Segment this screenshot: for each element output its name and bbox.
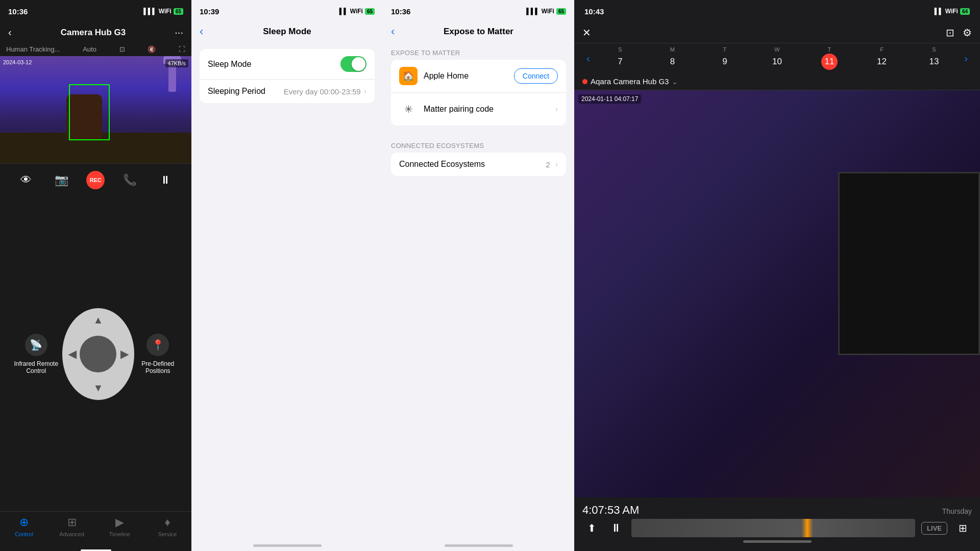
playback-controls: ⬆ ⏸ LIVE ⊞ — [582, 519, 972, 537]
service-icon: ♦ — [165, 516, 170, 529]
grid-view-icon[interactable]: ⊡ — [946, 27, 954, 39]
close-button-p4[interactable]: ✕ — [582, 27, 591, 39]
cal-day-8[interactable]: M 8 — [664, 46, 680, 70]
page-title-p3: Expose to Matter — [444, 27, 513, 37]
signal-icon: ▌▌▌ — [143, 8, 157, 15]
dpad-right[interactable]: ▶ — [120, 348, 128, 360]
cal-week-row: ‹ S 7 M 8 T 9 W 10 T 11 F — [574, 43, 980, 73]
tracking-mode: Auto — [83, 45, 96, 53]
signal-icon-p4: ▌▌ — [935, 8, 943, 15]
playback-day: Thursday — [942, 507, 972, 515]
status-icons-p2: ▌▌ WiFi 65 — [339, 8, 375, 15]
feed-date: 2024-03-12 — [3, 59, 32, 67]
battery-p1: 65 — [174, 8, 183, 15]
battery-p3: 65 — [556, 8, 566, 15]
camera-feed-p1: 2024-03-12 47KB/s — [0, 56, 191, 163]
connected-count: 2 — [546, 160, 550, 169]
cal-day-9[interactable]: T 9 — [717, 46, 733, 70]
timeline-progress — [631, 519, 915, 537]
wifi-icon-p3: WiFi — [542, 8, 554, 15]
tab-control[interactable]: ⊕ Control — [0, 516, 48, 537]
cal-prev-button[interactable]: ‹ — [582, 53, 594, 64]
dpad-center[interactable] — [80, 336, 116, 372]
settings-icon-p4[interactable]: ⚙ — [963, 27, 972, 39]
control-icon: ⊕ — [19, 516, 29, 529]
more-button-p1[interactable]: ··· — [175, 27, 183, 38]
page-title-p2: Sleep Mode — [263, 27, 311, 37]
apple-home-row[interactable]: 🏠 Apple Home Connect — [391, 60, 566, 93]
dpad-down[interactable]: ▼ — [93, 382, 104, 394]
playback-area: 4:07:53 AM Thursday ⬆ ⏸ LIVE ⊞ — [574, 497, 980, 551]
device-selector[interactable]: Aqara Camera Hub G3 ⌄ — [574, 73, 980, 90]
cal-header-bar: ✕ ⊡ ⚙ — [574, 22, 980, 43]
tab-advanced-label: Advanced — [59, 531, 84, 537]
nav-bar-p3: ‹ Expose to Matter — [383, 22, 574, 41]
connected-ecosystems-label: Connected Ecosystems — [399, 160, 485, 169]
dpad-up[interactable]: ▲ — [93, 314, 104, 326]
tab-timeline[interactable]: ▶ Timeline — [96, 516, 144, 537]
feed-overlay: 2024-03-12 47KB/s — [3, 59, 188, 67]
back-button-p3[interactable]: ‹ — [391, 25, 395, 38]
back-button-p1[interactable]: ‹ — [8, 27, 12, 38]
camera-button[interactable]: 📷 — [51, 170, 71, 190]
matter-expose-card: 🏠 Apple Home Connect ✳ Matter pairing co… — [391, 60, 566, 126]
dpad-left[interactable]: ◀ — [68, 348, 76, 360]
home-indicator-p2 — [253, 544, 322, 547]
sleep-mode-toggle[interactable] — [340, 56, 366, 72]
connected-ecosystems-card: Connected Ecosystems 2 › — [391, 153, 566, 176]
cal-days: S 7 M 8 T 9 W 10 T 11 F 12 — [594, 46, 961, 70]
timeline-bar[interactable] — [631, 519, 915, 537]
status-time-p3: 10:36 — [391, 7, 410, 16]
status-icons-p1: ▌▌▌ WiFi 65 — [143, 8, 183, 15]
fullscreen-icon[interactable]: ⛶ — [179, 45, 185, 53]
infrared-remote-button[interactable]: 📡 Infrared Remote Control — [10, 334, 62, 374]
cal-day-10[interactable]: W 10 — [769, 46, 785, 70]
matter-pairing-label: Matter pairing code — [424, 105, 494, 114]
eye-button[interactable]: 👁 — [16, 170, 36, 190]
matter-pairing-row[interactable]: ✳ Matter pairing code › — [391, 93, 566, 126]
predefined-positions-button[interactable]: 📍 Pre-Defined Positions — [134, 334, 181, 374]
device-name-label: Aqara Camera Hub G3 — [591, 77, 669, 86]
cal-day-11[interactable]: T 11 — [821, 46, 838, 70]
play-pause-button[interactable]: ⏸ — [607, 519, 625, 537]
device-status-dot — [582, 79, 587, 84]
sleeping-period-time: Every day 00:00-23:59 — [284, 87, 361, 96]
status-time-p4: 10:43 — [584, 7, 604, 16]
tab-service-label: Service — [158, 531, 177, 537]
call-button[interactable]: 📞 — [120, 170, 140, 190]
live-badge[interactable]: LIVE — [921, 522, 947, 535]
record-button[interactable]: REC — [86, 171, 105, 189]
section1-label: Expose to Matter — [383, 41, 574, 60]
sleeping-period-value: Every day 00:00-23:59 › — [284, 87, 366, 96]
cal-day-13[interactable]: S 13 — [926, 46, 942, 70]
connected-ecosystems-row[interactable]: Connected Ecosystems 2 › — [391, 153, 566, 176]
connect-button[interactable]: Connect — [514, 68, 558, 84]
cal-day-12[interactable]: F 12 — [874, 46, 890, 70]
camera-feed-p4: 2024-01-11 04:07:17 — [574, 90, 980, 497]
share-button[interactable]: ⬆ — [582, 519, 601, 537]
tab-advanced[interactable]: ⊞ Advanced — [48, 516, 96, 537]
cal-next-button[interactable]: › — [960, 53, 972, 64]
apple-home-label: Apple Home — [424, 71, 469, 81]
sleep-mode-row[interactable]: Sleep Mode — [200, 49, 375, 80]
status-time-p2: 10:39 — [200, 7, 219, 16]
apple-home-icon: 🏠 — [399, 67, 418, 85]
pause-button[interactable]: ⏸ — [155, 170, 176, 190]
cal-day-7[interactable]: S 7 — [612, 46, 628, 70]
matter-pairing-left: ✳ Matter pairing code — [399, 100, 494, 118]
crop-icon[interactable]: ⊡ — [119, 45, 125, 53]
sleeping-period-row[interactable]: Sleeping Period Every day 00:00-23:59 › — [200, 80, 375, 103]
grid-button[interactable]: ⊞ — [953, 519, 972, 537]
apple-home-left: 🏠 Apple Home — [399, 67, 469, 85]
tab-service[interactable]: ♦ Service — [143, 516, 191, 537]
battery-p4: 64 — [960, 8, 970, 15]
status-bar-p1: 10:36 ▌▌▌ WiFi 65 — [0, 0, 191, 22]
predefined-label: Pre-Defined Positions — [134, 360, 181, 374]
dpad-control[interactable]: ▲ ▼ ◀ ▶ — [62, 308, 135, 400]
feed2-timestamp: 2024-01-11 04:07:17 — [578, 94, 641, 104]
chevron-right-matter: › — [555, 105, 558, 114]
back-button-p2[interactable]: ‹ — [200, 25, 203, 38]
cal-header-icons: ⊡ ⚙ — [946, 27, 972, 39]
predefined-icon: 📍 — [146, 334, 169, 356]
mute-icon[interactable]: 🔇 — [148, 45, 156, 53]
